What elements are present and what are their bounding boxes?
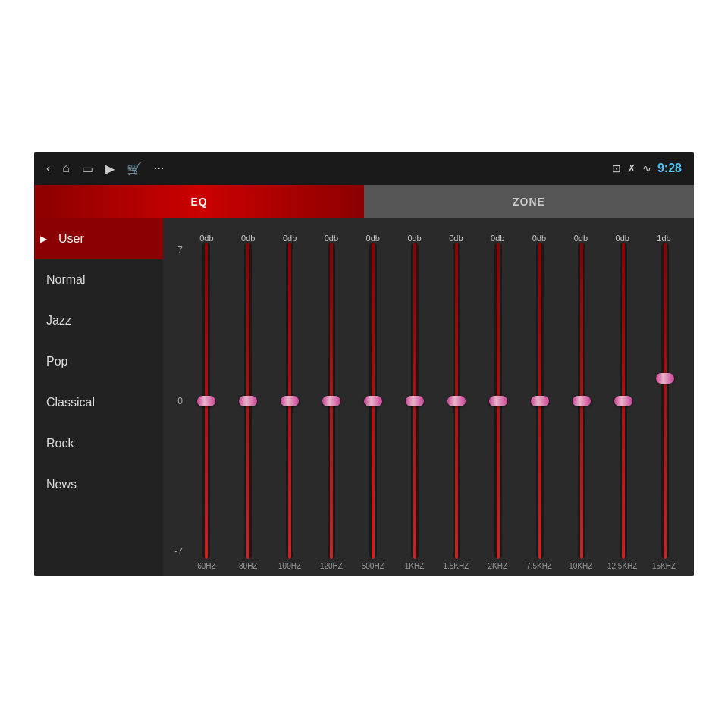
freq-label-15KHZ: 15KHZ [643,562,685,570]
freq-label-80HZ: 80HZ [228,562,269,570]
freq-label-2KHZ: 2KHZ [477,562,519,570]
scale-neg7: -7 [174,547,183,556]
eq-band-80HZ[interactable] [228,243,268,559]
freq-label-12.5KHZ: 12.5KHZ [601,562,643,570]
status-left: ‹ ⌂ ▭ ▶ 🛒 ··· [46,162,164,176]
band-track-15KHZ[interactable] [661,243,669,559]
eq-band-7.5KHZ[interactable] [519,243,560,559]
sidebar: User Normal Jazz Pop Classical Rock [34,218,163,576]
band-track-500HZ[interactable] [369,243,377,559]
band-handle-100HZ[interactable] [281,396,299,406]
freq-label-60HZ: 60HZ [186,562,228,570]
status-bar: ‹ ⌂ ▭ ▶ 🛒 ··· ⊡ ✗ ∿ 9:28 [34,152,694,185]
eq-bands [186,243,685,559]
db-label-2KHZ: 0db [477,234,519,243]
band-track-1KHZ[interactable] [411,243,419,559]
bluetooth-icon: ✗ [627,162,636,174]
tab-eq[interactable]: EQ [34,185,364,218]
eq-band-2KHZ[interactable] [478,243,518,559]
eq-band-500HZ[interactable] [353,243,393,559]
band-handle-120HZ[interactable] [322,396,340,406]
screen: ‹ ⌂ ▭ ▶ 🛒 ··· ⊡ ✗ ∿ 9:28 EQ ZONE [34,152,694,576]
cast-icon: ⊡ [612,162,621,174]
eq-band-60HZ[interactable] [186,243,226,559]
db-label-500HZ: 0db [352,234,394,243]
status-right: ⊡ ✗ ∿ 9:28 [612,162,682,175]
scale-7: 7 [177,246,183,255]
eq-area: 0db0db0db0db0db0db0db0db0db0db0db1db 7 0… [163,218,694,576]
band-track-1.5KHZ[interactable] [453,243,460,559]
eq-db-labels: 0db0db0db0db0db0db0db0db0db0db0db1db [169,224,685,243]
band-track-2KHZ[interactable] [494,243,502,559]
tabs: EQ ZONE [34,185,694,218]
eq-band-12.5KHZ[interactable] [603,243,643,559]
band-handle-7.5KHZ[interactable] [531,396,549,406]
tab-zone[interactable]: ZONE [364,185,694,218]
sidebar-item-jazz[interactable]: Jazz [34,300,163,341]
clock: 9:28 [657,162,682,175]
db-label-12.5KHZ: 0db [601,234,643,243]
sidebar-item-classical[interactable]: Classical [34,382,163,423]
db-label-1.5KHZ: 0db [435,234,477,243]
band-track-100HZ[interactable] [286,243,293,559]
band-track-12.5KHZ[interactable] [620,243,627,559]
db-label-1KHZ: 0db [394,234,435,243]
db-label-10KHZ: 0db [560,234,601,243]
sidebar-item-user[interactable]: User [34,218,163,259]
wifi-icon: ∿ [642,162,651,174]
sidebar-item-normal[interactable]: Normal [34,259,163,300]
device-wrapper: ‹ ⌂ ▭ ▶ 🛒 ··· ⊡ ✗ ∿ 9:28 EQ ZONE [0,0,728,728]
freq-label-1.5KHZ: 1.5KHZ [435,562,477,570]
back-icon[interactable]: ‹ [46,162,50,175]
band-handle-15KHZ[interactable] [656,373,674,384]
eq-scale: 7 0 -7 [169,243,186,559]
home-icon[interactable]: ⌂ [62,162,70,175]
band-handle-2KHZ[interactable] [489,396,507,406]
band-track-120HZ[interactable] [328,243,335,559]
camera-icon[interactable]: ▶ [105,162,115,176]
more-icon[interactable]: ··· [154,162,164,175]
recent-icon[interactable]: ▭ [82,162,93,176]
freq-label-120HZ: 120HZ [310,562,352,570]
band-track-7.5KHZ[interactable] [536,243,544,559]
band-handle-12.5KHZ[interactable] [614,396,632,406]
db-label-15KHZ: 1db [643,234,685,243]
eq-band-1.5KHZ[interactable] [436,243,476,559]
freq-label-7.5KHZ: 7.5KHZ [519,562,560,570]
eq-main: 7 0 -7 [169,243,685,559]
db-label-120HZ: 0db [310,234,352,243]
freq-label-100HZ: 100HZ [269,562,311,570]
band-handle-80HZ[interactable] [239,396,257,406]
scale-0: 0 [177,397,183,406]
band-fill-15KHZ [664,243,667,559]
db-label-80HZ: 0db [228,234,269,243]
eq-band-120HZ[interactable] [311,243,351,559]
db-label-7.5KHZ: 0db [519,234,560,243]
eq-band-100HZ[interactable] [269,243,309,559]
eq-band-10KHZ[interactable] [561,243,601,559]
main-content: User Normal Jazz Pop Classical Rock [34,218,694,576]
freq-label-10KHZ: 10KHZ [560,562,601,570]
db-label-100HZ: 0db [269,234,311,243]
band-handle-1KHZ[interactable] [406,396,424,406]
freq-label-1KHZ: 1KHZ [394,562,435,570]
band-track-80HZ[interactable] [244,243,252,559]
eq-freq-labels: 60HZ80HZ100HZ120HZ500HZ1KHZ1.5KHZ2KHZ7.5… [169,562,685,570]
band-handle-10KHZ[interactable] [573,396,591,406]
db-label-60HZ: 0db [186,234,228,243]
sidebar-item-rock[interactable]: Rock [34,423,163,464]
eq-band-1KHZ[interactable] [394,243,435,559]
eq-band-15KHZ[interactable] [645,243,685,559]
band-handle-60HZ[interactable] [197,396,215,406]
band-track-10KHZ[interactable] [578,243,585,559]
band-handle-1.5KHZ[interactable] [447,396,466,406]
band-handle-500HZ[interactable] [364,396,382,406]
sidebar-item-pop[interactable]: Pop [34,341,163,382]
bag-icon[interactable]: 🛒 [127,162,142,176]
band-track-60HZ[interactable] [202,243,210,559]
sidebar-item-news[interactable]: News [34,464,163,505]
freq-label-500HZ: 500HZ [352,562,394,570]
